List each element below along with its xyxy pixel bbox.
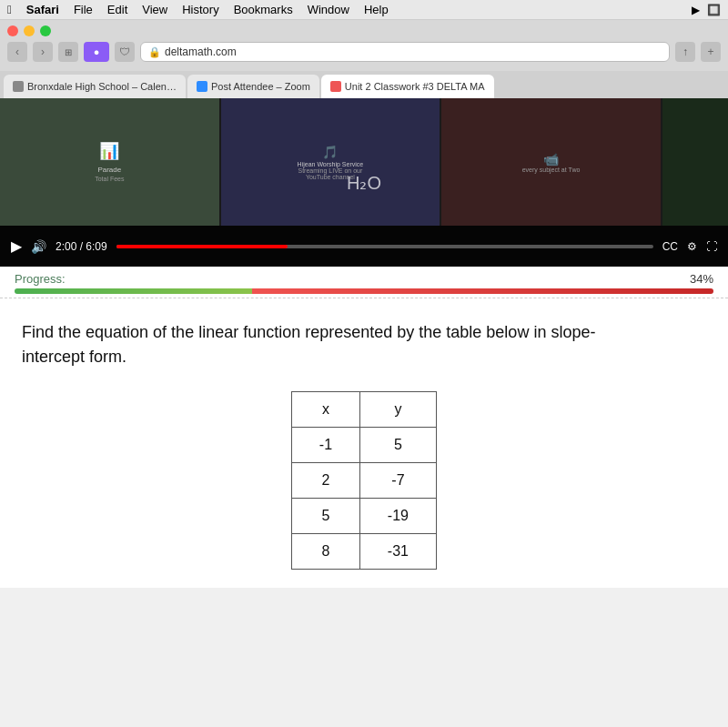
data-table: x y -152-75-198-31 bbox=[291, 391, 437, 570]
lock-icon: 🔒 bbox=[148, 46, 161, 58]
time-display: 2:00 / 6:09 bbox=[56, 240, 107, 253]
menu-safari[interactable]: Safari bbox=[26, 3, 59, 16]
video-center-overlay: H₂O bbox=[347, 172, 381, 194]
progress-bar-red bbox=[252, 288, 713, 294]
menu-bookmarks[interactable]: Bookmarks bbox=[234, 3, 293, 16]
progress-bar-green bbox=[15, 288, 252, 294]
table-row: 8-31 bbox=[292, 534, 437, 570]
url-text: deltamath.com bbox=[165, 45, 237, 58]
tab-deltamath[interactable]: Unit 2 Classwork #3 DELTA MA bbox=[321, 75, 494, 98]
share-button[interactable]: ↑ bbox=[675, 42, 695, 62]
volume-button[interactable]: 🔊 bbox=[31, 239, 46, 254]
settings-icon[interactable]: ⚙ bbox=[687, 240, 697, 253]
progress-label-row: Progress: 34% bbox=[15, 272, 713, 286]
video-thumb-1: 📊 Parade Total Fees bbox=[0, 98, 219, 226]
progress-bar bbox=[15, 288, 713, 294]
play-button[interactable]: ▶ bbox=[11, 237, 22, 255]
table-row: 5-19 bbox=[292, 499, 437, 534]
table-cell-1-0: 2 bbox=[292, 463, 360, 499]
menu-history[interactable]: History bbox=[182, 3, 218, 16]
menu-window[interactable]: Window bbox=[308, 3, 349, 16]
forward-button[interactable]: › bbox=[33, 42, 53, 62]
traffic-lights bbox=[7, 25, 721, 36]
browser-chrome: ‹ › ⊞ ● 🛡 🔒 deltamath.com ↑ + bbox=[0, 20, 728, 71]
video-controls[interactable]: ▶ 🔊 2:00 / 6:09 CC ⚙ ⛶ bbox=[0, 226, 728, 267]
table-cell-2-1: -19 bbox=[359, 499, 436, 534]
table-cell-0-0: -1 bbox=[292, 428, 360, 463]
address-bar[interactable]: 🔒 deltamath.com bbox=[140, 42, 670, 62]
table-header-y: y bbox=[359, 392, 436, 428]
video-thumb-4 bbox=[662, 98, 728, 226]
tab-calendar[interactable]: Bronxdale High School – Calendar – Thurs… bbox=[4, 75, 186, 98]
tab-title-zoom: Post Attendee – Zoom bbox=[211, 81, 310, 92]
progress-label: Progress: bbox=[15, 272, 66, 286]
video-thumbnails: 📊 Parade Total Fees 🎵 Hijean Worship Ser… bbox=[0, 98, 728, 226]
video-player: 📊 Parade Total Fees 🎵 Hijean Worship Ser… bbox=[0, 98, 728, 267]
tab-favicon-zoom bbox=[197, 81, 207, 92]
tab-overview-button[interactable]: ⊞ bbox=[58, 42, 78, 62]
tab-zoom[interactable]: Post Attendee – Zoom bbox=[187, 75, 319, 98]
browser-toolbar: ‹ › ⊞ ● 🛡 🔒 deltamath.com ↑ + bbox=[7, 42, 721, 62]
table-cell-2-0: 5 bbox=[292, 499, 360, 534]
maximize-button[interactable] bbox=[40, 25, 51, 36]
table-wrapper: x y -152-75-198-31 bbox=[22, 391, 706, 570]
video-progress-fill bbox=[116, 245, 288, 248]
table-row: 2-7 bbox=[292, 463, 437, 499]
apple-menu[interactable]:  bbox=[7, 3, 12, 16]
cc-button[interactable]: CC bbox=[662, 240, 678, 253]
menu-view[interactable]: View bbox=[142, 3, 167, 16]
progress-percent: 34% bbox=[690, 272, 713, 286]
tab-title-calendar: Bronxdale High School – Calendar – Thurs… bbox=[27, 81, 177, 92]
question-text: Find the equation of the linear function… bbox=[22, 320, 641, 369]
close-button[interactable] bbox=[7, 25, 18, 36]
add-tab-button[interactable]: + bbox=[701, 42, 721, 62]
menu-file[interactable]: File bbox=[74, 3, 93, 16]
table-cell-0-1: 5 bbox=[359, 428, 436, 463]
minimize-button[interactable] bbox=[24, 25, 35, 36]
progress-section: Progress: 34% bbox=[0, 267, 728, 298]
main-content: Find the equation of the linear function… bbox=[0, 298, 728, 588]
chemical-formula: H₂O bbox=[347, 172, 381, 194]
back-button[interactable]: ‹ bbox=[7, 42, 27, 62]
video-progress-track[interactable] bbox=[116, 245, 653, 248]
video-thumb-3: 📹 every subject at Two bbox=[441, 98, 661, 226]
tab-bar: Bronxdale High School – Calendar – Thurs… bbox=[0, 71, 728, 98]
tab-favicon-deltamath bbox=[330, 81, 341, 92]
tab-favicon-calendar bbox=[13, 81, 24, 92]
table-cell-3-1: -31 bbox=[359, 534, 436, 570]
table-row: -15 bbox=[292, 428, 437, 463]
table-header-x: x bbox=[292, 392, 360, 428]
menu-right-icons: ▶ 🔲 bbox=[692, 4, 721, 16]
menu-edit[interactable]: Edit bbox=[107, 3, 127, 16]
menu-help[interactable]: Help bbox=[364, 3, 389, 16]
menu-bar:  Safari File Edit View History Bookmark… bbox=[0, 0, 728, 20]
video-thumb-2: 🎵 Hijean Worship Service Streaming LIVE … bbox=[221, 98, 440, 226]
table-cell-3-0: 8 bbox=[292, 534, 360, 570]
tab-title-deltamath: Unit 2 Classwork #3 DELTA MA bbox=[345, 81, 485, 92]
extension-icon[interactable]: ● bbox=[84, 42, 109, 62]
table-cell-1-1: -7 bbox=[359, 463, 436, 499]
shield-icon: 🛡 bbox=[115, 42, 135, 62]
fullscreen-icon[interactable]: ⛶ bbox=[706, 240, 717, 253]
